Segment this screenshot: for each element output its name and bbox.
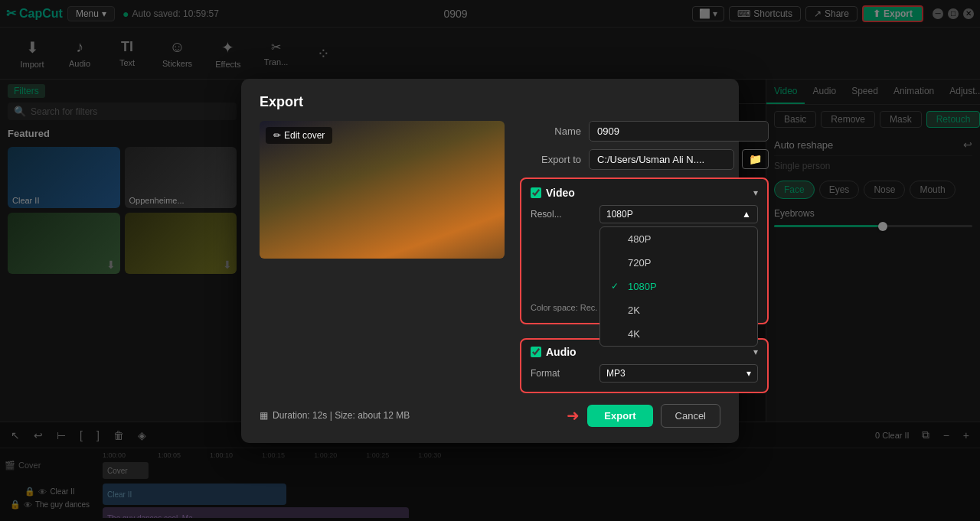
footer-buttons: ➜ Export Cancel [567, 404, 720, 428]
arrow-indicator: ➜ [567, 406, 580, 425]
option-4k-label: 4K [628, 328, 640, 340]
option-2k-label: 2K [628, 304, 640, 316]
export-to-label: Export to [520, 154, 581, 165]
modal-footer: ▦ Duration: 12s | Size: about 12 MB ➜ Ex… [260, 404, 720, 428]
option-480p[interactable]: 480P [600, 227, 757, 251]
video-section-title: Video [546, 187, 749, 199]
duration-text: Duration: 12s | Size: about 12 MB [273, 410, 410, 421]
video-chevron-icon: ▾ [753, 187, 758, 198]
audio-section-title: Audio [546, 346, 749, 358]
audio-format-label: Format [531, 368, 599, 379]
option-720p-label: 720P [628, 257, 651, 269]
name-label: Name [520, 125, 581, 137]
video-section: Video ▾ Resol... 1080P ▲ [520, 177, 769, 324]
option-480p-label: 480P [628, 233, 651, 245]
audio-format-select[interactable]: MP3 ▾ [599, 364, 758, 383]
modal-preview: ✏ Edit cover [260, 121, 505, 259]
export-path-input[interactable] [589, 149, 734, 170]
audio-format-row: Format MP3 ▾ [531, 364, 758, 383]
audio-chevron-icon: ▾ [753, 347, 758, 357]
option-720p[interactable]: 720P [600, 251, 757, 275]
modal-body: ✏ Edit cover Name Export to 📁 [260, 121, 720, 393]
resolution-chevron-icon: ▲ [742, 209, 751, 220]
audio-chevron-down-icon: ▾ [746, 368, 751, 379]
folder-icon: 📁 [749, 153, 762, 165]
resolution-dropdown: 480P 720P ✓ 1080P [599, 226, 758, 347]
audio-format-value: MP3 [606, 368, 626, 379]
cancel-button[interactable]: Cancel [661, 404, 720, 428]
folder-browse-button[interactable]: 📁 [742, 149, 769, 169]
video-section-header: Video ▾ [531, 187, 758, 199]
export-to-row: Export to 📁 [520, 149, 769, 170]
video-checkbox[interactable] [531, 187, 541, 198]
export-modal: Export ✏ Edit cover Name Export to [241, 79, 739, 443]
edit-cover-label: Edit cover [284, 130, 325, 141]
resolution-label: Resol... [531, 209, 599, 220]
modal-form: Name Export to 📁 Video ▾ [520, 121, 769, 393]
name-input[interactable] [589, 121, 769, 142]
modal-title: Export [260, 94, 720, 110]
duration-icon: ▦ [260, 410, 268, 421]
option-1080p[interactable]: ✓ 1080P [600, 275, 757, 298]
name-row: Name [520, 121, 769, 142]
resolution-row: Resol... 1080P ▲ 480P [531, 205, 758, 223]
option-1080p-label: 1080P [628, 281, 657, 292]
duration-info: ▦ Duration: 12s | Size: about 12 MB [260, 410, 410, 421]
export-confirm-button[interactable]: Export [587, 405, 652, 427]
audio-section-header: Audio ▾ [531, 346, 758, 358]
audio-checkbox[interactable] [531, 347, 541, 357]
pencil-icon: ✏ [273, 130, 281, 141]
resolution-select[interactable]: 1080P ▲ [599, 205, 758, 223]
modal-overlay: Export ✏ Edit cover Name Export to [0, 0, 980, 521]
resolution-value: 1080P [606, 209, 633, 220]
check-1080p: ✓ [611, 281, 622, 291]
option-2k[interactable]: 2K [600, 298, 757, 322]
option-4k[interactable]: 4K [600, 322, 757, 346]
edit-cover-button[interactable]: ✏ Edit cover [266, 127, 332, 144]
